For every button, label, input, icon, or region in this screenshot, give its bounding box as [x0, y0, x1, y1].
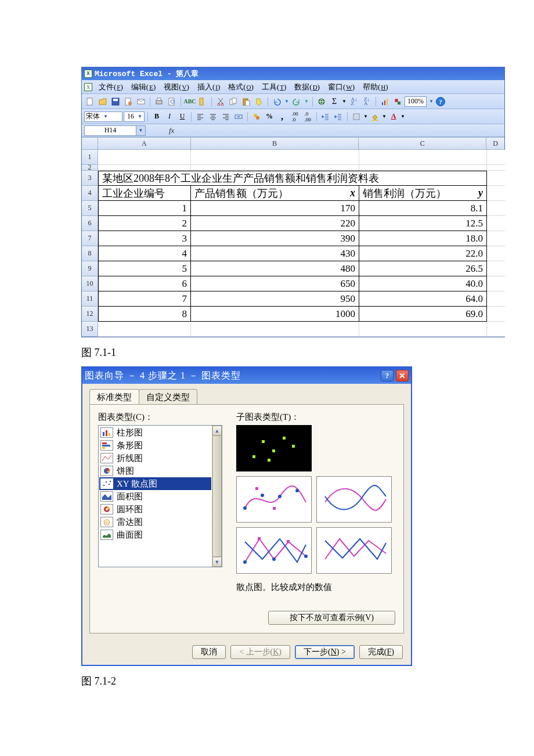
name-box-dropdown-icon[interactable]: ▼ — [136, 125, 146, 136]
bold-icon[interactable]: B — [151, 111, 163, 123]
fill-color-icon[interactable] — [369, 111, 381, 123]
cell[interactable] — [191, 165, 359, 171]
cell[interactable] — [487, 276, 505, 291]
borders-icon[interactable] — [351, 111, 362, 123]
subtype-scatter-lines[interactable] — [316, 527, 392, 574]
drawing-icon[interactable] — [392, 96, 403, 107]
subtype-scatter-smooth-lines-markers[interactable] — [236, 476, 312, 523]
align-left-icon[interactable] — [194, 111, 206, 123]
scroll-up-icon[interactable]: ▲ — [212, 426, 222, 435]
print-icon[interactable] — [153, 96, 165, 107]
row-header[interactable]: 9 — [82, 261, 98, 276]
borders-dropdown-icon[interactable]: ▼ — [363, 111, 368, 123]
cell[interactable]: 2 — [98, 216, 191, 231]
cell[interactable]: 7 — [98, 291, 191, 307]
col-header-b[interactable]: B — [191, 138, 359, 150]
cell[interactable] — [487, 150, 505, 165]
cell[interactable]: 69.0 — [359, 307, 487, 322]
subtype-scatter-smooth-lines[interactable] — [316, 476, 392, 523]
tab-custom-types[interactable]: 自定义类型 — [139, 389, 197, 404]
cell[interactable]: 1000 — [191, 307, 359, 322]
name-box[interactable]: H14 — [84, 125, 136, 136]
header-a[interactable]: 工业企业编号 — [98, 186, 191, 201]
cell[interactable] — [359, 165, 487, 171]
italic-icon[interactable]: I — [164, 111, 175, 123]
font-color-dropdown-icon[interactable]: ▼ — [400, 111, 405, 123]
currency-icon[interactable] — [251, 111, 262, 123]
cell[interactable]: 64.0 — [359, 291, 487, 307]
row-header[interactable]: 4 — [82, 186, 98, 201]
redo-icon[interactable] — [291, 96, 302, 107]
col-header-c[interactable]: C — [359, 138, 486, 150]
cell[interactable]: 18.0 — [359, 231, 487, 246]
help-button[interactable]: ? — [381, 370, 394, 381]
cell[interactable]: 40.0 — [359, 276, 487, 291]
menu-tools[interactable]: 工具(T) — [260, 81, 288, 93]
row-header[interactable]: 11 — [82, 291, 98, 307]
tab-standard-types[interactable]: 标准类型 — [89, 389, 139, 404]
chart-type-bar[interactable]: 条形图 — [99, 439, 211, 452]
save-icon[interactable] — [110, 96, 121, 107]
chart-type-line[interactable]: 折线图 — [99, 452, 211, 465]
align-right-icon[interactable] — [220, 111, 232, 123]
scrollbar[interactable]: ▲ ▼ — [212, 426, 222, 567]
cell[interactable]: 4 — [98, 246, 191, 261]
next-button[interactable]: 下一步(N) > — [295, 645, 355, 659]
menu-edit[interactable]: 编辑(E) — [129, 81, 157, 93]
row-header[interactable]: 3 — [82, 171, 98, 186]
row-header[interactable]: 2 — [82, 165, 98, 171]
chart-type-doughnut[interactable]: 圆环图 — [99, 503, 211, 516]
mail-icon[interactable] — [135, 96, 147, 107]
cell[interactable]: 3 — [98, 231, 191, 246]
cell[interactable] — [487, 216, 505, 231]
chart-type-surface[interactable]: 曲面图 — [99, 528, 211, 541]
chart-type-column[interactable]: 柱形图 — [99, 426, 211, 439]
cell[interactable]: 8.1 — [359, 201, 487, 216]
select-all-corner[interactable] — [82, 138, 98, 150]
row-header[interactable]: 12 — [82, 307, 98, 322]
cell[interactable] — [487, 165, 505, 171]
zoom-input[interactable]: 100% — [405, 96, 427, 107]
chart-type-xy-scatter[interactable]: XY 散点图 — [99, 477, 211, 490]
cell[interactable]: 480 — [191, 261, 359, 276]
fx-icon[interactable]: fx — [169, 126, 174, 135]
cell[interactable] — [359, 322, 487, 337]
cell[interactable] — [359, 150, 487, 165]
merge-center-icon[interactable] — [233, 111, 244, 123]
cell[interactable]: 390 — [191, 231, 359, 246]
cell[interactable]: 22.0 — [359, 246, 487, 261]
cell[interactable]: 6 — [98, 276, 191, 291]
sort-asc-icon[interactable]: A↓Z — [348, 96, 360, 107]
cut-icon[interactable] — [215, 96, 226, 107]
zoom-dropdown-icon[interactable]: ▼ — [428, 96, 435, 107]
cell[interactable]: 26.5 — [359, 261, 487, 276]
row-header[interactable]: 8 — [82, 246, 98, 261]
cell[interactable] — [487, 291, 505, 307]
chart-wizard-icon[interactable] — [379, 96, 391, 107]
header-b[interactable]: 产品销售额（万元）x — [191, 186, 359, 201]
decrease-indent-icon[interactable] — [320, 111, 331, 123]
increase-decimal-icon[interactable]: .00.0 — [289, 111, 301, 123]
autosum-icon[interactable]: Σ — [329, 96, 340, 107]
increase-indent-icon[interactable] — [333, 111, 344, 123]
menu-window[interactable]: 窗口(W) — [326, 81, 356, 93]
row-header[interactable]: 7 — [82, 231, 98, 246]
cancel-button[interactable]: 取消 — [192, 645, 226, 659]
cell[interactable]: 950 — [191, 291, 359, 307]
cell[interactable] — [487, 307, 505, 322]
menu-help[interactable]: 帮助(H) — [361, 81, 390, 93]
menu-data[interactable]: 数据(D) — [293, 81, 322, 93]
autosum-dropdown-icon[interactable]: ▼ — [341, 96, 347, 107]
chart-type-area[interactable]: 面积图 — [99, 490, 211, 503]
percent-icon[interactable]: % — [264, 111, 275, 123]
font-size-selector[interactable]: 16▼ — [124, 111, 145, 122]
new-icon[interactable] — [84, 96, 96, 107]
cell[interactable]: 8 — [98, 307, 191, 322]
decrease-decimal-icon[interactable]: .0.00 — [302, 111, 313, 123]
redo-dropdown-icon[interactable]: ▼ — [304, 96, 309, 107]
fill-color-dropdown-icon[interactable]: ▼ — [382, 111, 387, 123]
cell[interactable]: 1 — [98, 201, 191, 216]
cell[interactable] — [487, 186, 505, 201]
font-name-selector[interactable]: 宋体▼ — [84, 111, 122, 122]
cell[interactable] — [191, 150, 359, 165]
